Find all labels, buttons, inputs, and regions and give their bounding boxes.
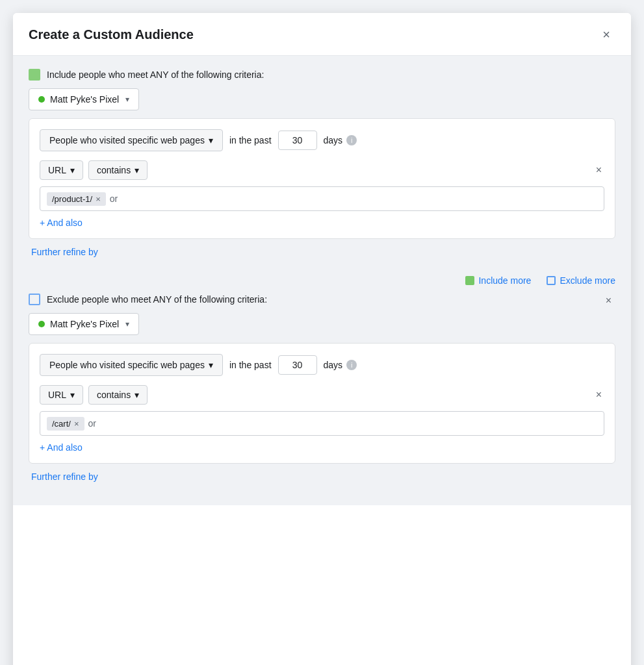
include-contains-arrow: ▾	[135, 165, 139, 175]
exclude-tag-remove-button[interactable]: ×	[74, 420, 79, 428]
exclude-section-label: Exclude people who meet ANY of the follo…	[47, 294, 267, 305]
include-days-label: days i	[324, 135, 357, 145]
close-button[interactable]: ×	[597, 25, 615, 45]
include-url-close-button[interactable]: ×	[593, 164, 604, 176]
include-in-the-past-label: in the past	[229, 135, 272, 145]
include-pixel-arrow: ▾	[125, 95, 129, 104]
include-more-button[interactable]: Include more	[465, 275, 531, 286]
exclude-tag: /cart/ ×	[47, 417, 84, 431]
include-section-label: Include people who meet ANY of the follo…	[47, 69, 264, 80]
include-further-refine-link[interactable]: Further refine by	[31, 247, 98, 257]
exclude-tag-input-row[interactable]: /cart/ × or	[40, 411, 604, 436]
exclude-more-label: Exclude more	[560, 275, 615, 286]
include-tag-value: /product-1/	[52, 194, 92, 204]
exclude-visited-dropdown[interactable]: People who visited specific web pages ▾	[40, 354, 223, 376]
include-visited-dropdown[interactable]: People who visited specific web pages ▾	[40, 129, 223, 151]
modal-title: Create a Custom Audience	[29, 27, 194, 42]
modal-header: Create a Custom Audience ×	[13, 13, 631, 56]
include-url-row: URL ▾ contains ▾ ×	[40, 160, 604, 180]
exclude-more-icon	[547, 276, 556, 285]
include-pixel-dropdown[interactable]: Matt Pyke's Pixel ▾	[29, 88, 139, 110]
include-more-icon	[465, 276, 474, 285]
include-days-input[interactable]	[278, 131, 317, 150]
exclude-section-header: Exclude people who meet ANY of the follo…	[29, 294, 615, 305]
exclude-contains-arrow: ▾	[135, 390, 139, 400]
exclude-visited-arrow: ▾	[209, 360, 213, 370]
include-criteria-row: People who visited specific web pages ▾ …	[40, 129, 604, 151]
exclude-contains-dropdown[interactable]: contains ▾	[88, 385, 148, 405]
exclude-tag-or-placeholder: or	[88, 418, 96, 429]
include-tag-remove-button[interactable]: ×	[96, 195, 101, 203]
modal-body: Include people who meet ANY of the follo…	[13, 56, 631, 505]
exclude-criteria-row: People who visited specific web pages ▾ …	[40, 354, 604, 376]
exclude-and-also-link[interactable]: + And also	[40, 442, 83, 453]
exclude-section-close-button[interactable]: ×	[602, 294, 615, 308]
exclude-url-row: URL ▾ contains ▾ ×	[40, 385, 604, 405]
include-url-arrow: ▾	[70, 165, 75, 175]
include-criteria-box: People who visited specific web pages ▾ …	[29, 118, 615, 239]
include-url-dropdown[interactable]: URL ▾	[40, 160, 83, 180]
exclude-further-refine-link[interactable]: Further refine by	[31, 471, 98, 482]
modal: Create a Custom Audience × Include peopl…	[13, 13, 631, 665]
exclude-more-button[interactable]: Exclude more	[547, 275, 615, 286]
exclude-pixel-status-dot	[38, 321, 45, 327]
include-info-icon[interactable]: i	[346, 135, 357, 145]
include-and-also-link[interactable]: + And also	[40, 218, 83, 228]
exclude-criteria-box: People who visited specific web pages ▾ …	[29, 343, 615, 464]
include-section: Include people who meet ANY of the follo…	[29, 69, 615, 257]
include-tag-or-placeholder: or	[110, 194, 118, 204]
exclude-url-label: URL	[48, 390, 66, 400]
include-visited-arrow: ▾	[209, 135, 213, 145]
include-tag-input-row[interactable]: /product-1/ × or	[40, 186, 604, 211]
exclude-tag-value: /cart/	[52, 419, 71, 429]
exclude-days-label: days i	[324, 360, 357, 370]
exclude-url-close-button[interactable]: ×	[593, 389, 604, 401]
include-icon	[29, 69, 40, 81]
exclude-info-icon[interactable]: i	[346, 360, 357, 370]
include-pixel-name: Matt Pyke's Pixel	[50, 94, 119, 105]
include-contains-label: contains	[97, 165, 131, 175]
include-contains-dropdown[interactable]: contains ▾	[88, 160, 148, 180]
exclude-url-dropdown[interactable]: URL ▾	[40, 385, 83, 405]
exclude-url-arrow: ▾	[70, 390, 75, 400]
exclude-pixel-dropdown[interactable]: Matt Pyke's Pixel ▾	[29, 313, 139, 335]
exclude-pixel-name: Matt Pyke's Pixel	[50, 319, 119, 329]
include-section-header: Include people who meet ANY of the follo…	[29, 69, 615, 81]
exclude-days-input[interactable]	[278, 355, 317, 375]
exclude-in-the-past-label: in the past	[229, 360, 272, 370]
more-row: Include more Exclude more	[29, 268, 615, 294]
exclude-section: × Exclude people who meet ANY of the fol…	[29, 294, 615, 482]
include-more-label: Include more	[478, 275, 531, 286]
exclude-icon	[29, 294, 40, 305]
include-url-label: URL	[48, 165, 66, 175]
include-visited-label: People who visited specific web pages	[49, 135, 205, 145]
exclude-visited-label: People who visited specific web pages	[49, 360, 205, 370]
include-tag: /product-1/ ×	[47, 192, 106, 206]
pixel-status-dot	[38, 96, 45, 103]
exclude-contains-label: contains	[97, 390, 131, 400]
exclude-pixel-arrow: ▾	[125, 320, 129, 329]
